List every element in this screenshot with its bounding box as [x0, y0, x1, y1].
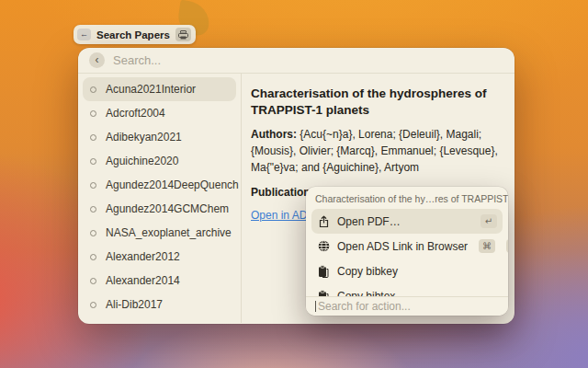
- circle-bullet-icon: [90, 302, 96, 308]
- circle-bullet-icon: [90, 134, 96, 141]
- paper-authors: Authors: {Acu{~n}a}, Lorena; {Deleuil}, …: [251, 126, 500, 176]
- search-bar[interactable]: ‹ Search...: [78, 48, 514, 74]
- back-button[interactable]: ‹: [89, 52, 105, 68]
- circle-bullet-icon: [90, 206, 96, 213]
- circle-bullet-icon: [90, 254, 96, 260]
- globe-icon: [317, 240, 330, 253]
- action-menu-item[interactable]: Open ADS Link in Browser ⌘↵: [311, 234, 503, 259]
- shortcut-key-badge: ↵: [506, 239, 508, 253]
- breadcrumb[interactable]: ← Search Papers: [74, 25, 196, 44]
- action-menu-item[interactable]: Copy bibkey: [311, 259, 503, 283]
- list-item[interactable]: Ali-Dib2017: [83, 293, 236, 316]
- action-search-field[interactable]: Search for action...: [306, 296, 508, 316]
- paper-list: Acuna2021Interior Adcroft2004 Adibekyan2…: [78, 74, 242, 323]
- circle-bullet-icon: [90, 158, 96, 165]
- action-search-input[interactable]: Search for action...: [318, 300, 411, 313]
- clipboard-icon: [317, 265, 330, 278]
- circle-bullet-icon: [90, 110, 96, 117]
- search-input[interactable]: Search...: [113, 53, 161, 67]
- list-item[interactable]: Alibert2005: [83, 316, 236, 323]
- circle-bullet-icon: [90, 230, 96, 236]
- action-menu-item[interactable]: Open PDF… ↵: [311, 209, 503, 234]
- back-arrow-icon: ←: [77, 29, 91, 40]
- shortcut-key-badge: ↵: [481, 214, 497, 228]
- list-item[interactable]: Acuna2021Interior: [83, 77, 236, 101]
- text-cursor: [315, 301, 316, 312]
- action-menu-header: Characterisation of the hy…res of TRAPPI…: [306, 187, 508, 207]
- command-title: Search Papers: [96, 29, 170, 40]
- action-menu: Characterisation of the hy…res of TRAPPI…: [306, 187, 508, 316]
- list-item[interactable]: Agundez2014GCMChem: [83, 197, 236, 221]
- printer-icon: [175, 28, 191, 41]
- list-item[interactable]: Alexander2014: [83, 269, 236, 293]
- list-item[interactable]: Alexander2012: [83, 245, 236, 269]
- shortcut-key-badge: ⌘: [479, 239, 495, 253]
- circle-bullet-icon: [90, 182, 96, 189]
- share-icon: [317, 215, 330, 228]
- list-item[interactable]: Aguichine2020: [83, 149, 236, 173]
- list-item[interactable]: NASA_exoplanet_archive: [83, 221, 236, 245]
- circle-bullet-icon: [90, 86, 96, 93]
- paper-title: Characterisation of the hydrospheres of …: [251, 86, 500, 118]
- list-item[interactable]: Adcroft2004: [83, 101, 236, 125]
- circle-bullet-icon: [90, 278, 96, 284]
- list-item[interactable]: Adibekyan2021: [83, 125, 236, 149]
- list-item[interactable]: Agundez2014DeepQuench: [83, 173, 236, 197]
